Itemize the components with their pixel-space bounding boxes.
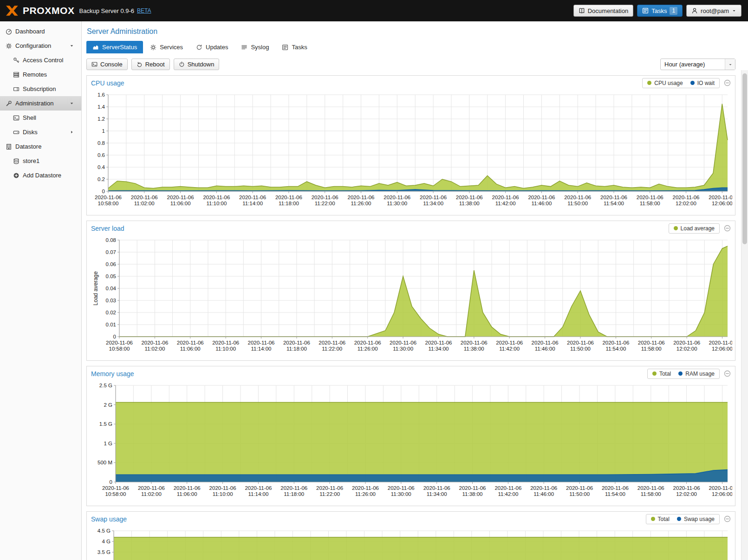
console-button[interactable]: Console (86, 59, 128, 70)
svg-text:11:26:00: 11:26:00 (351, 201, 371, 206)
legend-label: Swap usage (684, 516, 715, 522)
sidebar-item-datastore[interactable]: Datastore (0, 139, 81, 154)
button-label: Console (100, 61, 123, 68)
svg-text:11:22:00: 11:22:00 (319, 491, 340, 497)
svg-text:0: 0 (110, 479, 112, 485)
chart: 00.20.40.60.811.21.41.62020-11-0610:58:0… (90, 91, 732, 212)
shutdown-button[interactable]: Shutdown (174, 59, 220, 70)
sidebar-item-access-control[interactable]: Access Control (0, 53, 81, 67)
svg-text:11:54:00: 11:54:00 (605, 346, 626, 352)
svg-text:2.5 G: 2.5 G (99, 383, 112, 388)
svg-text:12:02:00: 12:02:00 (676, 201, 696, 206)
sidebar-item-subscription[interactable]: Subscription (0, 82, 81, 96)
sidebar-item-store1[interactable]: store1 (0, 154, 81, 168)
svg-text:2020-11-06: 2020-11-06 (456, 195, 483, 200)
chart-canvas: 0500 M1 G1.5 G2 G2.5 G3 G3.5 G4 G4.5 G20… (90, 527, 732, 560)
svg-text:2020-11-06: 2020-11-06 (709, 195, 732, 200)
panel-swap-usage: Swap usageTotalSwap usage0500 M1 G1.5 G2… (86, 511, 735, 560)
svg-text:11:34:00: 11:34:00 (423, 201, 443, 206)
vertical-scrollbar[interactable] (741, 70, 748, 560)
svg-text:0.8: 0.8 (98, 140, 105, 146)
page-title: Server Administration (87, 27, 735, 36)
caret-right-icon (69, 130, 78, 135)
svg-text:2020-11-06: 2020-11-06 (673, 485, 700, 491)
panel-body: 0500 M1 G1.5 G2 G2.5 G3 G3.5 G4 G4.5 G20… (87, 526, 735, 560)
svg-text:0.05: 0.05 (106, 273, 116, 279)
svg-text:2020-11-06: 2020-11-06 (212, 340, 239, 345)
legend-label: RAM usage (685, 371, 715, 377)
svg-text:2020-11-06: 2020-11-06 (316, 485, 343, 491)
reboot-button[interactable]: Reboot (131, 59, 170, 70)
svg-text:11:42:00: 11:42:00 (498, 491, 518, 497)
tab-tasks[interactable]: Tasks (276, 41, 313, 53)
sidebar-item-dashboard[interactable]: Dashboard (0, 24, 81, 39)
legend-label: CPU usage (654, 80, 683, 86)
gears-icon (150, 44, 156, 51)
sidebar-item-add-datastore[interactable]: Add Datastore (0, 168, 81, 182)
svg-text:10:58:00: 10:58:00 (98, 201, 119, 206)
legend-dot (652, 371, 657, 376)
power-icon (179, 61, 185, 67)
sidebar-item-shell[interactable]: Shell (0, 111, 81, 125)
panel-body: 0500 M1 G1.5 G2 G2.5 G2020-11-0610:58:00… (87, 381, 735, 506)
collapse-panel-icon[interactable] (724, 515, 731, 522)
svg-text:2020-11-06: 2020-11-06 (167, 195, 194, 200)
svg-text:0.4: 0.4 (98, 164, 105, 170)
svg-text:2 G: 2 G (104, 402, 112, 408)
panel-cpu-usage: CPU usageCPU usageIO wait00.20.40.60.811… (86, 75, 735, 215)
sidebar-item-remotes[interactable]: Remotes (0, 67, 81, 82)
tab-updates[interactable]: Updates (190, 41, 234, 53)
sidebar-item-disks[interactable]: Disks (0, 125, 81, 139)
minus-circle-icon (724, 225, 731, 232)
collapse-panel-icon[interactable] (724, 370, 731, 377)
sidebar-item-configuration[interactable]: Configuration (0, 39, 81, 53)
svg-text:11:10:00: 11:10:00 (206, 201, 227, 206)
toolbar: ConsoleRebootShutdown Hour (average) (86, 59, 735, 70)
tachometer-icon (6, 28, 12, 35)
user-icon (691, 7, 698, 14)
tasks-label: Tasks (651, 7, 667, 14)
tab-label: Syslog (251, 44, 269, 51)
gears-icon (6, 43, 12, 49)
legend-label: Total (659, 371, 671, 377)
building-icon (6, 143, 12, 150)
svg-text:2020-11-06: 2020-11-06 (492, 195, 519, 200)
documentation-button[interactable]: Documentation (573, 5, 633, 17)
collapse-panel-icon[interactable] (724, 79, 731, 86)
chart-legend: TotalRAM usage (647, 369, 720, 379)
legend-item: Swap usage (677, 516, 715, 522)
svg-text:11:46:00: 11:46:00 (535, 346, 555, 352)
user-menu-button[interactable]: root@pam (686, 5, 741, 17)
svg-text:1.4: 1.4 (98, 104, 105, 110)
svg-text:11:02:00: 11:02:00 (141, 491, 162, 497)
combo-trigger[interactable] (725, 59, 735, 70)
svg-text:11:02:00: 11:02:00 (144, 346, 165, 352)
timeframe-select[interactable]: Hour (average) (660, 59, 735, 70)
svg-text:11:38:00: 11:38:00 (462, 491, 483, 497)
caret-down-icon (732, 8, 736, 13)
svg-text:0.06: 0.06 (106, 261, 116, 267)
sidebar-item-label: Administration (15, 100, 53, 107)
collapse-panel-icon[interactable] (724, 225, 731, 232)
legend-dot (674, 226, 678, 230)
svg-text:11:42:00: 11:42:00 (495, 201, 516, 206)
svg-text:Load average: Load average (92, 271, 99, 306)
tasks-button[interactable]: Tasks 1 (637, 5, 683, 17)
sidebar-item-administration[interactable]: Administration (0, 96, 81, 111)
scrollbar-thumb[interactable] (742, 73, 747, 244)
svg-text:2020-11-06: 2020-11-06 (209, 485, 236, 491)
sidebar-item-label: Configuration (15, 42, 51, 49)
svg-text:2020-11-06: 2020-11-06 (275, 195, 302, 200)
beta-link[interactable]: BETA (137, 7, 151, 14)
tab-label: Tasks (292, 44, 307, 51)
remotes-icon (13, 72, 20, 78)
svg-text:2020-11-06: 2020-11-06 (638, 340, 665, 345)
chart-area-icon (92, 44, 99, 51)
tab-serverstatus[interactable]: ServerStatus (86, 41, 143, 53)
svg-text:2020-11-06: 2020-11-06 (138, 485, 165, 491)
svg-text:11:22:00: 11:22:00 (315, 201, 335, 206)
database-icon (13, 158, 20, 164)
svg-text:2020-11-06: 2020-11-06 (348, 195, 375, 200)
tab-services[interactable]: Services (144, 41, 189, 53)
tab-syslog[interactable]: Syslog (235, 41, 275, 53)
